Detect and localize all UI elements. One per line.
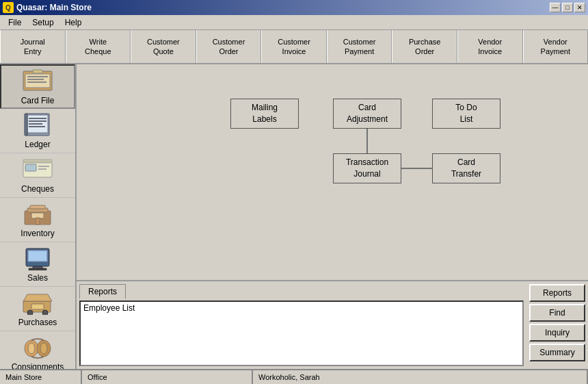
toolbar-vendor-invoice[interactable]: VendorInvoice: [457, 30, 523, 63]
svg-rect-10: [29, 123, 42, 125]
svg-point-30: [27, 310, 33, 315]
svg-rect-3: [27, 79, 44, 80]
sidebar-item-inventory[interactable]: Inventory: [0, 198, 75, 242]
sidebar-label-cardfile: Card File: [21, 96, 55, 105]
sidebar-label-inventory: Inventory: [21, 229, 54, 238]
connector-lines: [77, 64, 588, 280]
diagram-card-adjustment[interactable]: CardAdjustment: [333, 99, 401, 129]
sidebar-label-cheques: Cheques: [21, 184, 54, 194]
sidebar-label-sales: Sales: [27, 273, 48, 283]
toolbar-journal-entry[interactable]: JournalEntry: [0, 30, 66, 63]
statusbar: Main Store Office Workoholic, Sarah: [0, 369, 588, 384]
toolbar-customer-order[interactable]: CustomerOrder: [196, 30, 262, 63]
svg-rect-8: [29, 118, 46, 119]
svg-rect-32: [31, 304, 44, 309]
sidebar-item-cheques[interactable]: Cheques: [0, 153, 75, 198]
svg-rect-17: [23, 159, 52, 163]
svg-point-35: [28, 343, 35, 354]
menu-file[interactable]: File: [3, 16, 27, 29]
ledger-icon: [21, 112, 54, 137]
report-item-employee-list[interactable]: Employee List: [83, 303, 520, 313]
status-store: Main Store: [0, 370, 82, 384]
sidebar-item-sales[interactable]: Sales: [0, 242, 75, 287]
sidebar-label-consignments: Consignments: [12, 362, 64, 369]
svg-rect-22: [36, 218, 40, 225]
inventory-icon: [21, 201, 54, 226]
svg-rect-2: [27, 76, 48, 77]
diagram-mailing-labels[interactable]: MailingLabels: [230, 99, 299, 129]
menu-help[interactable]: Help: [59, 16, 88, 29]
titlebar: Q Quasar: Main Store — □ ✕: [0, 0, 588, 15]
toolbar: JournalEntry WriteCheque CustomerQuote C…: [0, 30, 588, 64]
cardfile-icon: [21, 68, 54, 93]
reports-tab[interactable]: Reports: [79, 284, 126, 299]
diagram-transaction-journal[interactable]: TransactionJournal: [333, 153, 401, 183]
consignments-icon: [21, 335, 54, 359]
svg-rect-25: [29, 251, 46, 261]
bottom-panel: Reports Employee List Reports Find Inqui…: [77, 280, 588, 369]
content-area: MailingLabels CardAdjustment To DoList T…: [77, 64, 588, 369]
svg-rect-20: [30, 205, 45, 209]
sidebar-label-ledger: Ledger: [25, 140, 50, 149]
sidebar-item-consignments[interactable]: Consignments: [0, 331, 75, 369]
sidebar-item-purchases[interactable]: Purchases: [0, 287, 75, 331]
svg-rect-12: [25, 114, 27, 136]
svg-rect-27: [29, 268, 46, 270]
svg-rect-9: [29, 120, 46, 122]
svg-point-31: [42, 310, 48, 315]
diagram-todo-list[interactable]: To DoList: [432, 99, 500, 129]
svg-rect-15: [38, 166, 49, 167]
svg-rect-14: [25, 164, 36, 171]
cheques-icon: [21, 157, 54, 181]
purchases-icon: [21, 290, 54, 315]
titlebar-controls: — □ ✕: [550, 3, 585, 12]
toolbar-purchase-order[interactable]: PurchaseOrder: [392, 30, 457, 63]
menu-setup[interactable]: Setup: [27, 16, 59, 29]
maximize-button[interactable]: □: [562, 3, 573, 12]
sidebar: Card File Ledger: [0, 64, 77, 369]
toolbar-customer-quote[interactable]: CustomerQuote: [131, 30, 196, 63]
svg-point-36: [40, 343, 47, 354]
reports-area: Reports Employee List: [77, 281, 526, 369]
reports-list[interactable]: Employee List: [79, 300, 524, 366]
sidebar-item-ledger[interactable]: Ledger: [0, 109, 75, 153]
toolbar-vendor-payment[interactable]: VendorPayment: [523, 30, 589, 63]
diagram-area: MailingLabels CardAdjustment To DoList T…: [77, 64, 588, 280]
find-button[interactable]: Find: [529, 304, 585, 322]
main-area: Card File Ledger: [0, 64, 588, 369]
menubar: File Setup Help: [0, 15, 588, 30]
summary-button[interactable]: Summary: [529, 344, 585, 361]
svg-rect-4: [27, 81, 46, 83]
app-icon: Q: [3, 2, 14, 13]
status-user: Workoholic, Sarah: [253, 370, 588, 384]
reports-tab-bar: Reports: [79, 284, 524, 299]
right-buttons: Reports Find Inquiry Summary: [526, 281, 588, 369]
titlebar-title: Quasar: Main Store: [16, 3, 92, 12]
reports-button[interactable]: Reports: [529, 284, 585, 302]
svg-rect-11: [29, 126, 45, 127]
inquiry-button[interactable]: Inquiry: [529, 324, 585, 342]
minimize-button[interactable]: —: [550, 3, 561, 12]
toolbar-customer-payment[interactable]: CustomerPayment: [327, 30, 392, 63]
toolbar-write-cheque[interactable]: WriteCheque: [66, 30, 131, 63]
status-location: Office: [82, 370, 253, 384]
svg-marker-29: [23, 294, 52, 301]
sidebar-item-cardfile[interactable]: Card File: [0, 64, 75, 109]
close-button[interactable]: ✕: [574, 3, 585, 12]
titlebar-left: Q Quasar: Main Store: [3, 2, 92, 13]
toolbar-customer-invoice[interactable]: CustomerInvoice: [261, 30, 327, 63]
svg-rect-16: [38, 168, 46, 170]
sidebar-label-purchases: Purchases: [18, 318, 57, 327]
svg-rect-5: [33, 70, 42, 73]
sales-icon: [21, 246, 54, 270]
diagram-card-transfer[interactable]: CardTransfer: [432, 153, 500, 183]
